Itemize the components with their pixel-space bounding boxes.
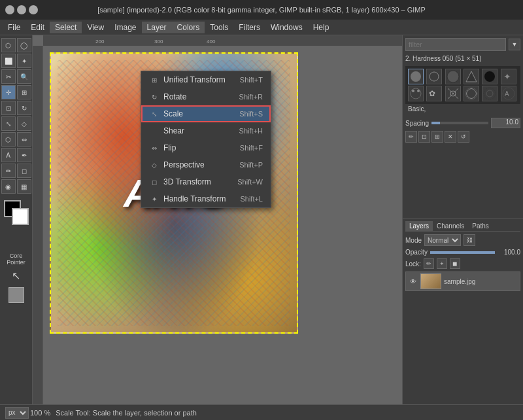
lock-pixels-btn[interactable]: ✏	[424, 258, 434, 269]
tool-pointer[interactable]: ⬡	[1, 38, 16, 52]
menu-item-shear[interactable]: Shear Shift+H	[141, 122, 271, 139]
tool-paint[interactable]: ✏	[1, 164, 16, 178]
menu-view[interactable]: View	[82, 22, 109, 33]
spacing-label: Spacing	[405, 120, 429, 127]
tab-channels[interactable]: Channels	[433, 221, 468, 231]
menu-item-rotate[interactable]: ↻ Rotate Shift+R	[141, 88, 271, 105]
tool-row-9: ✏ ◻	[1, 164, 31, 178]
tool-text[interactable]: A	[1, 148, 16, 162]
basic-label: Basic,	[405, 104, 520, 114]
tool-rect-select[interactable]: ⬜	[1, 54, 16, 68]
brush-filter-input[interactable]	[405, 38, 506, 51]
brush-item-1[interactable]	[408, 69, 424, 84]
tab-paths[interactable]: Paths	[468, 221, 493, 231]
tool-crop[interactable]: ⊡	[1, 101, 16, 115]
svg-text:A: A	[505, 90, 509, 97]
layer-item-sample[interactable]: 👁 sample.jpg	[405, 271, 520, 291]
menu-filters[interactable]: Filters	[233, 22, 265, 33]
layers-panel: Layers Channels Paths Mode Normal Multip…	[403, 219, 523, 404]
brush-duplicate-btn[interactable]: ⊞	[431, 131, 443, 143]
opacity-value: 100.0	[498, 249, 520, 256]
menu-layer[interactable]: Layer	[142, 22, 172, 33]
svg-point-16	[486, 90, 493, 97]
shear-icon	[149, 126, 160, 136]
menu-item-flip[interactable]: ⇔ Flip Shift+F	[141, 139, 271, 156]
brush-filter-btn[interactable]: ▼	[509, 39, 520, 50]
close-button[interactable]	[29, 5, 38, 14]
lock-alpha-btn[interactable]: ◼	[450, 258, 460, 269]
opacity-label: Opacity	[405, 249, 428, 256]
menu-item-scale[interactable]: ⤡ Scale Shift+S	[141, 105, 271, 122]
zoom-level: 100 %	[30, 409, 50, 417]
tab-layers[interactable]: Layers	[405, 221, 433, 231]
tool-row-7: ⬡ ⇔	[1, 132, 31, 147]
unit-select[interactable]: px in cm	[5, 407, 29, 419]
tool-scissors[interactable]: ✂	[1, 69, 16, 84]
brush-item-6[interactable]: ✦	[501, 69, 516, 84]
tool-shear[interactable]: ◇	[17, 116, 31, 131]
brush-filter-row: ▼	[405, 38, 520, 51]
tool-path[interactable]: ✒	[17, 148, 31, 162]
menu-item-perspective[interactable]: ◇ Perspective Shift+P	[141, 156, 271, 173]
3d-transform-shortcut: Shift+W	[237, 178, 263, 186]
menu-edit[interactable]: Edit	[25, 22, 50, 33]
tool-rotate[interactable]: ↻	[17, 101, 31, 115]
svg-point-7	[411, 88, 421, 99]
menu-colors[interactable]: Colors	[172, 22, 205, 33]
menu-help[interactable]: Help	[308, 22, 335, 33]
menu-windows[interactable]: Windows	[265, 22, 308, 33]
brush-item-4[interactable]	[464, 69, 479, 84]
tool-fuzzy[interactable]: ✦	[17, 54, 31, 68]
menu-file[interactable]: File	[3, 22, 25, 33]
brush-item-12[interactable]: A	[501, 86, 516, 101]
brush-item-3[interactable]	[445, 69, 461, 84]
menu-item-handle-transform[interactable]: ✦ Handle Transform Shift+L	[141, 190, 271, 207]
tool-pick[interactable]: 🔍	[17, 69, 31, 84]
brush-edit-btn[interactable]: ✏	[405, 131, 417, 143]
brush-item-8[interactable]: ✿	[426, 86, 442, 101]
menu-image[interactable]: Image	[109, 22, 141, 33]
brush-copy-btn[interactable]: ⊡	[418, 131, 430, 143]
tool-move[interactable]: ✛	[1, 85, 16, 99]
brush-item-5[interactable]	[482, 69, 498, 84]
tool-erase[interactable]: ◻	[17, 164, 31, 178]
tool-row-3: ✂ 🔍	[1, 69, 31, 84]
ruler-top: 200 300 400	[43, 35, 402, 46]
scale-label: Scale	[163, 109, 231, 118]
tool-row-6: ⤡ ◇	[1, 116, 31, 131]
background-color[interactable]	[12, 208, 29, 225]
tool-fill[interactable]: ◉	[1, 179, 16, 194]
menu-item-3d-transform[interactable]: ◻ 3D Transform Shift+W	[141, 173, 271, 190]
tool-row-2: ⬜ ✦	[1, 54, 31, 68]
svg-text:✦: ✦	[503, 71, 511, 82]
rotate-icon: ↻	[149, 92, 160, 102]
tool-lasso[interactable]: ◯	[17, 38, 31, 52]
mode-select[interactable]: Normal Multiply Screen	[424, 234, 461, 246]
lock-position-btn[interactable]: +	[437, 258, 447, 269]
tool-flip[interactable]: ⇔	[17, 132, 31, 147]
chain-btn[interactable]: ⛓	[464, 234, 475, 246]
brush-item-11[interactable]	[482, 86, 498, 101]
menu-select[interactable]: Select	[50, 22, 82, 33]
maximize-button[interactable]	[17, 5, 26, 14]
brush-item-2[interactable]	[426, 69, 442, 84]
brush-item-7[interactable]	[408, 86, 424, 101]
layer-visibility-icon[interactable]: 👁	[409, 277, 418, 286]
tool-gradient[interactable]: ▦	[17, 179, 31, 194]
tool-row-5: ⊡ ↻	[1, 101, 31, 115]
tool-perspective[interactable]: ⬡	[1, 132, 16, 147]
brush-delete-btn[interactable]: ✕	[445, 131, 456, 143]
tool-align[interactable]: ⊞	[17, 85, 31, 99]
minimize-button[interactable]	[5, 5, 14, 14]
shear-shortcut: Shift+H	[239, 127, 263, 135]
rotate-label: Rotate	[163, 92, 231, 101]
rotate-shortcut: Shift+R	[239, 93, 263, 101]
tool-scale[interactable]: ⤡	[1, 116, 16, 131]
brush-refresh-btn[interactable]: ↺	[458, 131, 469, 143]
menu-item-unified-transform[interactable]: ⊞ Unified Transform Shift+T	[141, 71, 271, 88]
flip-label: Flip	[163, 143, 232, 152]
brush-item-10[interactable]	[464, 86, 479, 101]
brush-item-9[interactable]	[445, 86, 461, 101]
perspective-shortcut: Shift+P	[239, 161, 263, 169]
menu-tools[interactable]: Tools	[205, 22, 233, 33]
